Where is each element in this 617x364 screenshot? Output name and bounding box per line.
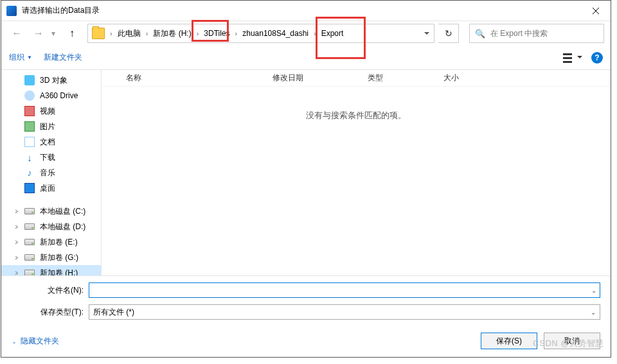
empty-message: 没有与搜索条件匹配的项。 [102, 87, 611, 121]
sidebar-item[interactable]: 视频 [1, 103, 101, 119]
caret-icon: > [15, 207, 20, 215]
caret-icon: > [15, 254, 20, 261]
sidebar-item[interactable]: 文档 [1, 134, 101, 150]
hide-folders-button[interactable]: ⌃ 隐藏文件夹 [12, 336, 59, 347]
sidebar-item[interactable]: A360 Drive [1, 88, 101, 103]
sidebar-item-label: 新加卷 (G:) [40, 252, 78, 263]
close-icon [593, 8, 599, 14]
title-bar: 请选择输出的Data目录 [1, 1, 611, 21]
drive-icon [24, 270, 35, 275]
nav-history-dropdown[interactable]: ▾ [51, 29, 59, 38]
desk-icon [24, 183, 35, 193]
dl-icon: ↓ [24, 152, 35, 162]
column-headers: 名称 修改日期 类型 大小 [102, 70, 611, 87]
new-folder-button[interactable]: 新建文件夹 [44, 52, 82, 63]
cloud-icon [24, 91, 35, 101]
nav-back-button[interactable]: ← [8, 24, 26, 42]
sidebar-item[interactable]: >本地磁盘 (C:) [1, 204, 101, 219]
refresh-button[interactable]: ↻ [438, 24, 459, 43]
sidebar-item[interactable]: 桌面 [1, 180, 101, 196]
sidebar-item-label: 新加卷 (E:) [40, 237, 78, 248]
chevron-right-icon: › [109, 30, 114, 37]
sidebar-item-label: 3D 对象 [40, 75, 67, 86]
chevron-down-icon: ▼ [27, 55, 32, 60]
sidebar-item-label: 新加卷 (H:) [40, 268, 78, 276]
folder-icon [92, 28, 105, 39]
close-button[interactable] [581, 1, 611, 21]
caret-icon: > [15, 269, 20, 275]
sidebar-item[interactable]: 3D 对象 [1, 73, 101, 88]
svg-rect-2 [563, 61, 572, 63]
breadcrumb-item[interactable]: zhuan108S4_dashi [238, 24, 312, 42]
3d-icon [24, 75, 35, 85]
svg-rect-1 [563, 57, 572, 59]
sidebar-item-label: 下载 [40, 152, 55, 163]
drive-icon [24, 239, 35, 245]
dialog-body: 3D 对象A360 Drive视频图片文档↓下载♪音乐桌面>本地磁盘 (C:)>… [1, 70, 611, 275]
help-button[interactable]: ? [591, 52, 603, 64]
chevron-right-icon: › [312, 30, 317, 37]
search-box[interactable]: 🔍 在 Export 中搜索 [469, 24, 604, 43]
col-size[interactable]: 大小 [434, 73, 499, 83]
col-type[interactable]: 类型 [359, 73, 434, 83]
music-icon: ♪ [24, 168, 35, 178]
nav-row: ← → ▾ ↑ › 此电脑› 新加卷 (H:)› 3DTiles› zhuan1… [1, 21, 611, 46]
chevron-right-icon: › [145, 30, 150, 37]
sidebar-item-label: 视频 [40, 106, 55, 117]
col-modified[interactable]: 修改日期 [264, 73, 359, 83]
sidebar-item-label: 桌面 [40, 183, 55, 194]
chevron-down-icon[interactable]: ⌄ [591, 287, 596, 294]
app-icon [6, 6, 17, 16]
cancel-button[interactable]: 取消 [544, 333, 600, 349]
caret-icon: > [15, 223, 20, 230]
sidebar-item-label: 图片 [40, 121, 55, 132]
pic-icon [24, 121, 35, 132]
dialog-actions: ⌃ 隐藏文件夹 保存(S) 取消 [1, 330, 611, 357]
breadcrumb: 此电脑› 新加卷 (H:)› 3DTiles› zhuan108S4_dashi… [114, 24, 348, 42]
sidebar-item[interactable]: ↓下载 [1, 150, 101, 165]
drive-icon [24, 208, 35, 214]
save-form: 文件名(N): ⌄ 保存类型(T): 所有文件 (*) ⌄ [1, 275, 611, 330]
sidebar-item[interactable]: >新加卷 (E:) [1, 234, 101, 250]
video-icon [24, 106, 35, 116]
sidebar-item[interactable]: >新加卷 (G:) [1, 250, 101, 265]
drive-icon [24, 254, 35, 261]
address-dropdown-button[interactable] [420, 24, 434, 42]
doc-icon [24, 137, 35, 147]
sidebar-item[interactable]: ♪音乐 [1, 165, 101, 180]
sidebar-item[interactable]: 图片 [1, 119, 101, 134]
file-list-pane: 名称 修改日期 类型 大小 没有与搜索条件匹配的项。 [102, 70, 611, 275]
toolbar: 组织 ▼ 新建文件夹 ? [1, 46, 611, 70]
caret-icon: > [15, 238, 20, 246]
address-bar[interactable]: › 此电脑› 新加卷 (H:)› 3DTiles› zhuan108S4_das… [87, 24, 434, 43]
chevron-right-icon: › [195, 30, 201, 37]
sidebar-item-label: A360 Drive [40, 91, 78, 100]
save-dialog: 请选择输出的Data目录 ← → ▾ ↑ › 此电脑› 新加卷 (H:)› 3D… [1, 0, 611, 358]
breadcrumb-item[interactable]: 此电脑 [114, 24, 145, 42]
sidebar-item[interactable]: >新加卷 (H:) [1, 265, 101, 275]
filetype-select[interactable]: 所有文件 (*) ⌄ [89, 304, 600, 320]
sidebar-tree[interactable]: 3D 对象A360 Drive视频图片文档↓下载♪音乐桌面>本地磁盘 (C:)>… [1, 70, 102, 275]
chevron-down-icon: ⌄ [591, 309, 596, 316]
window-title: 请选择输出的Data目录 [22, 5, 100, 16]
svg-rect-0 [563, 53, 572, 55]
sidebar-item-label: 文档 [40, 137, 55, 148]
nav-forward-button[interactable]: → [30, 24, 48, 42]
save-button[interactable]: 保存(S) [481, 333, 537, 349]
nav-up-button[interactable]: ↑ [63, 24, 81, 42]
breadcrumb-item[interactable]: Export [317, 24, 348, 42]
col-name[interactable]: 名称 [117, 73, 264, 83]
sidebar-item-label: 音乐 [40, 168, 55, 178]
filename-label: 文件名(N): [12, 285, 89, 296]
sidebar-item-label: 本地磁盘 (C:) [40, 206, 85, 217]
search-placeholder: 在 Export 中搜索 [490, 28, 548, 39]
filetype-label: 保存类型(T): [12, 307, 89, 318]
view-options-button[interactable] [563, 52, 582, 64]
search-icon: 🔍 [475, 29, 485, 39]
organize-button[interactable]: 组织 ▼ [9, 52, 32, 63]
breadcrumb-item[interactable]: 3DTiles [200, 24, 233, 42]
filename-input[interactable] [89, 282, 600, 298]
breadcrumb-item[interactable]: 新加卷 (H:) [149, 24, 195, 42]
sidebar-item[interactable]: >本地磁盘 (D:) [1, 219, 101, 234]
drive-icon [24, 223, 35, 230]
